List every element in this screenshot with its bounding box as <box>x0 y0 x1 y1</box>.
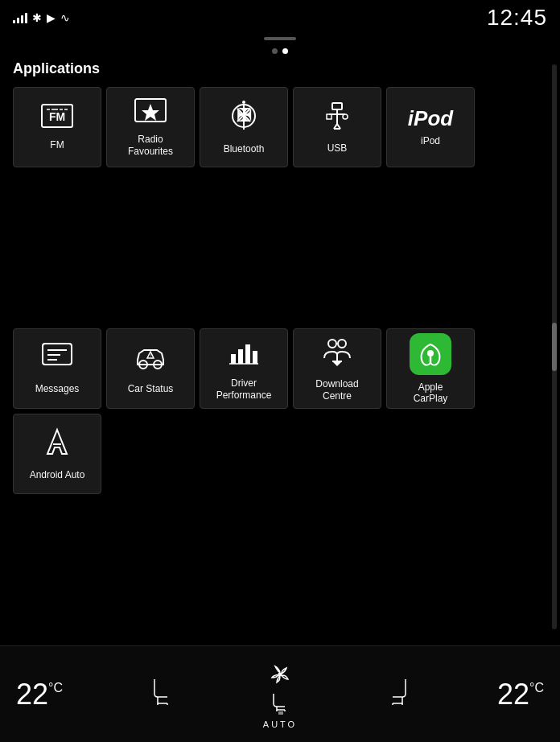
right-temp-value: 22 <box>497 678 529 711</box>
status-bar: ✱ ▶ ∿ 12:45 <box>0 0 560 32</box>
driver-perf-label: DriverPerformance <box>216 377 272 401</box>
wifi-icon: ∿ <box>60 11 70 24</box>
app-tile-ipod[interactable]: iPod iPod <box>386 87 475 167</box>
climate-center-controls: AUTO <box>263 660 297 729</box>
app-tile-fm[interactable]: FM FM <box>13 87 101 167</box>
app-tile-download[interactable]: DownloadCentre <box>293 328 381 409</box>
status-left: ✱ ▶ ∿ <box>13 11 70 24</box>
car-status-label: Car Status <box>128 383 174 394</box>
download-label: DownloadCentre <box>315 378 358 402</box>
carplay-icon-bg <box>410 333 451 375</box>
radio-fav-label: RadioFavourites <box>128 134 173 157</box>
messages-icon <box>41 342 73 377</box>
drag-handle[interactable] <box>0 32 560 45</box>
svg-point-36 <box>338 340 346 348</box>
signal-bars-icon <box>13 12 27 23</box>
android-auto-label: Android Auto <box>30 469 85 480</box>
download-icon <box>321 336 353 372</box>
seat-right-icon[interactable] <box>385 674 410 714</box>
left-temp-display: 22°C <box>16 678 63 711</box>
scrollbar-track[interactable] <box>552 64 557 629</box>
applications-title: Applications <box>13 60 547 77</box>
app-tile-android-auto[interactable]: Android Auto <box>13 414 101 494</box>
svg-point-40 <box>427 350 434 357</box>
bluetooth-app-label: Bluetooth <box>224 143 265 155</box>
app-tile-car-status[interactable]: ! Car Status <box>106 328 195 409</box>
ipod-icon: iPod <box>408 108 453 129</box>
usb-label: USB <box>327 142 348 154</box>
bluetooth-icon: ✠ <box>231 99 257 137</box>
app-tile-messages[interactable]: Messages <box>13 328 101 409</box>
fm-label: FM <box>50 139 64 150</box>
svg-point-35 <box>328 340 336 348</box>
page-dot-1 <box>272 48 278 54</box>
ipod-label: iPod <box>421 135 440 146</box>
driver-perf-icon <box>228 336 260 371</box>
app-tile-carplay[interactable]: AppleCarPlay <box>386 328 475 409</box>
main-content: Applications FM FM <box>0 60 560 494</box>
page-indicator <box>0 45 560 60</box>
svg-marker-42 <box>47 430 67 454</box>
car-status-icon: ! <box>133 342 168 377</box>
radio-fav-icon <box>134 97 167 127</box>
svg-rect-31 <box>238 349 243 364</box>
messages-label: Messages <box>35 383 80 394</box>
right-temp-display: 22°C <box>497 678 544 711</box>
app-tile-driver-perf[interactable]: DriverPerformance <box>200 328 288 409</box>
left-temp-area: 22°C <box>16 678 63 711</box>
app-tile-radio-fav[interactable]: RadioFavourites <box>106 87 195 167</box>
status-time: 12:45 <box>487 5 547 31</box>
svg-text:✠: ✠ <box>237 105 252 126</box>
auto-label: AUTO <box>263 719 297 729</box>
svg-rect-14 <box>332 103 342 109</box>
bottom-climate-bar: 22°C <box>0 645 560 742</box>
top-app-grid: FM FM RadioFavourites <box>13 87 547 167</box>
left-temp-value: 22 <box>16 678 48 711</box>
svg-rect-33 <box>253 351 257 364</box>
bottom-app-section: Messages ! Car Status <box>13 328 547 494</box>
fm-icon: FM <box>40 103 74 133</box>
navigation-icon: ▶ <box>47 11 56 24</box>
page-dot-2 <box>282 48 288 54</box>
carplay-label: AppleCarPlay <box>414 381 448 405</box>
seat-left-icon[interactable] <box>150 674 175 714</box>
svg-rect-30 <box>231 354 236 364</box>
right-temp-unit: °C <box>529 681 544 695</box>
svg-marker-7 <box>142 104 159 121</box>
usb-icon <box>321 100 353 136</box>
svg-point-9 <box>242 101 245 104</box>
scrollbar-thumb[interactable] <box>552 323 557 371</box>
bluetooth-status-icon: ✱ <box>32 11 42 24</box>
drag-handle-bar <box>264 37 296 40</box>
app-tile-bluetooth[interactable]: ✠ Bluetooth <box>200 87 288 167</box>
fan-seat-icon[interactable] <box>266 660 294 715</box>
right-temp-area: 22°C <box>497 678 544 711</box>
app-tile-usb[interactable]: USB <box>293 87 381 167</box>
android-auto-icon <box>41 427 73 463</box>
bottom-app-grid: Messages ! Car Status <box>13 328 547 494</box>
svg-marker-39 <box>332 361 342 366</box>
svg-text:FM: FM <box>49 110 65 123</box>
left-temp-unit: °C <box>48 681 63 695</box>
svg-rect-32 <box>245 344 250 364</box>
